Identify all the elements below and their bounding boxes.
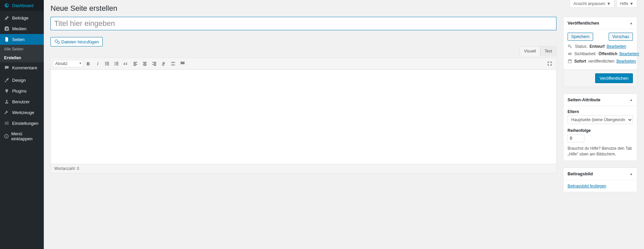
pin-icon — [3, 15, 10, 21]
edit-schedule-link[interactable]: Bearbeiten — [616, 59, 636, 64]
svg-rect-32 — [181, 63, 182, 64]
key-icon — [568, 44, 573, 49]
collapse-toggle[interactable]: ▲ — [630, 21, 633, 25]
svg-rect-13 — [116, 65, 119, 65]
sidebar-sub-all-pages[interactable]: Alle Seiten — [0, 45, 44, 54]
sidebar-item-media[interactable]: Medien — [0, 23, 44, 34]
svg-rect-15 — [133, 63, 136, 64]
align-right-button[interactable] — [150, 59, 159, 68]
collapse-toggle[interactable]: ▲ — [630, 98, 633, 102]
svg-rect-17 — [133, 65, 136, 66]
attributes-metabox: Seiten-Attribute ▲ Eltern Hauptseite (ke… — [563, 94, 637, 161]
comment-icon — [3, 65, 10, 70]
editor-textarea[interactable] — [51, 70, 556, 164]
svg-rect-9 — [116, 62, 119, 63]
collapse-toggle[interactable]: ▲ — [630, 172, 633, 176]
sidebar-item-collapse[interactable]: Menü einklappen — [0, 129, 44, 144]
help-tab[interactable]: Hilfe ▼ — [616, 0, 637, 8]
sidebar-item-tools[interactable]: Werkzeuge — [0, 107, 44, 118]
featured-image-metabox: Beitragsbild ▲ Beitragsbild festlegen — [563, 168, 637, 192]
svg-rect-18 — [143, 62, 147, 63]
set-featured-image-link[interactable]: Beitragsbild festlegen — [568, 184, 606, 188]
dashboard-icon — [3, 3, 10, 8]
attributes-title: Seiten-Attribute — [568, 97, 601, 102]
svg-rect-37 — [568, 60, 572, 61]
chevron-down-icon: ▼ — [630, 1, 634, 6]
sidebar-sub-new-page[interactable]: Erstellen — [0, 54, 44, 62]
quote-button[interactable] — [122, 59, 130, 68]
svg-point-1 — [55, 40, 58, 42]
editor-mode-tabs: Visuell Text — [51, 46, 556, 56]
sidebar-label: Einstellungen — [12, 121, 38, 126]
preview-button[interactable]: Vorschau — [609, 33, 633, 41]
sidebar-label: Plugins — [12, 88, 27, 94]
svg-rect-3 — [106, 62, 109, 63]
title-input[interactable] — [51, 17, 556, 30]
sidebar-item-users[interactable]: Benutzer — [0, 96, 44, 107]
fullscreen-button[interactable] — [545, 59, 554, 68]
publish-title: Veröffentlichen — [568, 21, 599, 26]
add-media-button[interactable]: Dateien hinzufügen — [51, 37, 103, 46]
parent-label: Eltern — [568, 109, 633, 114]
svg-rect-27 — [171, 63, 175, 64]
publish-button[interactable]: Veröffentlichen — [595, 73, 633, 83]
format-select[interactable]: Absatz — [53, 60, 83, 67]
order-label: Reihenfolge — [568, 128, 633, 133]
page-title: Neue Seite erstellen — [51, 0, 637, 13]
visibility-row: Sichtbarkeit: Öffentlich Bearbeiten — [568, 51, 633, 56]
tab-text[interactable]: Text — [540, 46, 556, 56]
tab-visual[interactable]: Visuell — [520, 46, 540, 56]
sidebar-item-pages[interactable]: Seiten — [0, 34, 44, 45]
parent-select[interactable]: Hauptseite (keine Übergeordnete) — [568, 115, 633, 124]
screen-meta-tabs: Ansicht anpassen ▼ Hilfe ▼ — [570, 0, 637, 8]
link-button[interactable] — [159, 59, 168, 68]
svg-point-6 — [105, 65, 106, 65]
svg-point-35 — [568, 45, 570, 47]
svg-point-2 — [105, 62, 106, 63]
save-draft-button[interactable]: Speichern — [568, 33, 593, 41]
sidebar-label: Medien — [12, 26, 27, 31]
svg-rect-20 — [143, 64, 147, 65]
sidebar-label: Seiten — [12, 37, 25, 42]
align-left-button[interactable] — [131, 59, 140, 68]
svg-rect-11 — [116, 63, 119, 64]
media-add-icon — [54, 39, 60, 44]
italic-button[interactable]: I — [93, 59, 102, 68]
svg-rect-21 — [143, 65, 146, 66]
align-center-button[interactable] — [140, 59, 149, 68]
bold-button[interactable]: B — [84, 59, 93, 68]
format-select-wrap: Absatz — [53, 60, 83, 67]
edit-status-link[interactable]: Bearbeiten — [607, 44, 626, 49]
sidebar-item-dashboard[interactable]: Dashboard — [0, 0, 44, 11]
sidebar-label: Werkzeuge — [12, 110, 34, 115]
svg-rect-23 — [154, 63, 156, 64]
sidebar-item-comments[interactable]: Kommentare — [0, 62, 44, 73]
attributes-help: Brauchst du Hilfe? Benutze den Tab „Hilf… — [568, 146, 633, 157]
main-content: Ansicht anpassen ▼ Hilfe ▼ Neue Seite er… — [44, 0, 644, 249]
bullet-list-button[interactable] — [103, 59, 111, 68]
order-input[interactable] — [568, 134, 584, 142]
svg-rect-26 — [171, 62, 175, 63]
svg-point-4 — [105, 63, 106, 64]
screen-options-tab[interactable]: Ansicht anpassen ▼ — [570, 0, 614, 8]
sidebar-label: Kommentare — [12, 65, 37, 70]
svg-rect-24 — [152, 64, 156, 65]
svg-rect-19 — [143, 63, 146, 64]
svg-rect-31 — [183, 62, 184, 63]
readmore-button[interactable] — [169, 59, 178, 68]
pages-icon — [3, 37, 10, 42]
sidebar-item-settings[interactable]: Einstellungen — [0, 118, 44, 129]
plug-icon — [3, 88, 10, 94]
editor-container: Absatz B I 123 — [51, 58, 556, 173]
number-list-button[interactable]: 123 — [112, 59, 121, 68]
edit-visibility-link[interactable]: Bearbeiten — [619, 51, 639, 56]
sidebar-item-posts[interactable]: Beiträge — [0, 12, 44, 23]
featured-title: Beitragsbild — [568, 171, 593, 176]
toolbar-toggle-button[interactable] — [178, 59, 187, 68]
svg-rect-7 — [106, 65, 109, 65]
chevron-down-icon: ▼ — [607, 1, 611, 6]
svg-rect-33 — [182, 63, 183, 64]
collapse-icon — [3, 134, 9, 139]
sidebar-item-appearance[interactable]: Design — [0, 75, 44, 85]
sidebar-item-plugins[interactable]: Plugins — [0, 85, 44, 96]
